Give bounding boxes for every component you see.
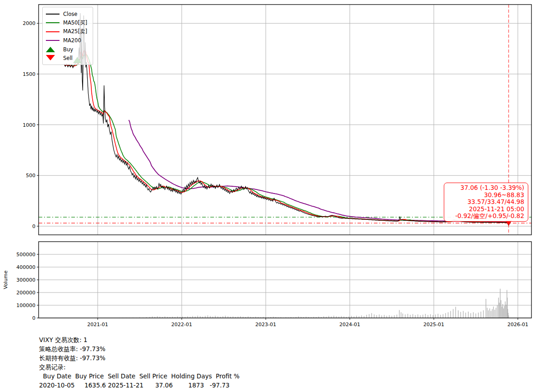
volume-bar (501, 300, 501, 318)
volume-bar (473, 312, 473, 318)
legend-label: Buy (63, 46, 73, 53)
legend-item-ma50: MA50[买] (46, 19, 89, 28)
volume-bar (356, 316, 357, 318)
annotation-signal: -0.92/偏空/+0.95/-0.82 (448, 213, 524, 220)
volume-axis-label: Volume (3, 270, 9, 289)
volume-bar (458, 310, 458, 318)
volume-bar (399, 310, 400, 318)
volume-bar (422, 315, 423, 318)
x-tick-label: 2023-01 (255, 322, 276, 327)
stats-trades-header: 交易记录: (39, 362, 239, 372)
volume-bar (487, 308, 487, 318)
legend-label: MA50[买] (63, 20, 87, 26)
legend-line (46, 22, 60, 23)
volume-ytick-label: 200000 (16, 290, 35, 296)
volume-bar (433, 315, 433, 318)
volume-bar (384, 315, 384, 318)
volume-bar (430, 314, 431, 318)
volume-bar (471, 313, 471, 318)
volume-ytick-label: 0 (32, 315, 35, 321)
volume-bar (371, 313, 372, 318)
legend-line (46, 14, 60, 15)
volume-ytick-label: 500000 (16, 252, 35, 258)
price-ytick-label: 0 (32, 223, 35, 229)
volume-bar (476, 313, 476, 318)
stats-trade-count: VIXY 交易次数: 1 (39, 335, 239, 344)
legend-line-swatch (46, 14, 60, 15)
volume-bar (405, 314, 405, 318)
volume-bar (402, 313, 403, 318)
annotation-ma-values: 33.57/33.47/44.98 (448, 198, 524, 206)
trade-table-header: Buy Date Buy Price Sell Date Sell Price … (39, 372, 239, 381)
volume-bar (427, 315, 428, 318)
volume-bar (506, 305, 506, 318)
volume-ytick-label: 400000 (16, 264, 35, 270)
volume-bar (491, 311, 491, 318)
volume-bar (333, 316, 334, 318)
volume-bar (478, 313, 478, 318)
buy-triangle-icon (46, 47, 60, 52)
volume-bar (503, 308, 504, 318)
volume-bar (425, 314, 426, 318)
trade-table-row: 2020-10-05 1635.6 2025-11-21 37.06 1873 … (39, 381, 239, 390)
legend-item-sell: Sell (46, 54, 89, 63)
volume-bar (417, 314, 418, 318)
annotation-timestamp: 2025-11-21 05:00 (448, 206, 524, 213)
volume-bar (410, 315, 411, 318)
volume-bar (328, 316, 329, 318)
figure: 0500100015002000010000020000030000040000… (0, 0, 536, 392)
annotation-price-change: 37.06 (-1.30 -3.39%) (448, 184, 524, 192)
volume-bar (351, 316, 352, 318)
legend-line-swatch (46, 40, 60, 41)
volume-bar (504, 306, 505, 318)
legend-label: Close (63, 11, 77, 17)
legend-label: Sell (63, 55, 73, 61)
price-ytick-label: 1500 (23, 71, 35, 77)
volume-bar (492, 309, 492, 318)
volume-bar (389, 315, 389, 318)
volume-bar (498, 298, 499, 318)
x-tick-label: 2022-01 (171, 322, 192, 327)
stats-holding-return: 长期持有收益: -97.73% (39, 353, 239, 362)
stats-strategy-return: 策略总收益率: -97.73% (39, 344, 239, 353)
legend-label: MA25[卖] (63, 28, 87, 35)
volume-ytick-label: 100000 (16, 303, 35, 308)
volume-bar (483, 310, 484, 318)
volume-bar (450, 311, 451, 318)
volume-bar (508, 315, 509, 318)
volume-bar (493, 307, 494, 318)
volume-bar (488, 310, 489, 318)
price-ytick-label: 2000 (23, 20, 35, 26)
volume-bar (198, 316, 198, 318)
volume-bar (466, 313, 466, 318)
volume-bar (496, 308, 496, 318)
volume-bar (453, 309, 453, 318)
volume-bar (394, 315, 394, 318)
volume-bar (501, 307, 502, 318)
volume-bar (366, 315, 367, 318)
volume-bar (379, 314, 379, 318)
legend-item-close: Close (46, 10, 89, 19)
volume-bar (500, 289, 501, 318)
volume-bar (461, 312, 461, 318)
chart-legend: CloseMA50[买]MA25[卖]MA200BuySell (42, 7, 93, 65)
volume-bar (407, 314, 408, 318)
x-tick-label: 2025-01 (423, 322, 444, 327)
volume-bar (486, 299, 486, 318)
volume-bar (435, 314, 436, 318)
volume-bar (463, 311, 463, 318)
volume-bar (502, 304, 503, 318)
legend-label: MA200 (63, 37, 81, 44)
volume-bar (415, 315, 416, 318)
volume-bar (440, 315, 441, 318)
legend-item-buy: Buy (46, 45, 89, 54)
volume-bar (401, 312, 401, 318)
volume-bar (377, 315, 377, 318)
quote-annotation-box: 37.06 (-1.30 -3.39%) 30.96~88.83 33.57/3… (444, 183, 528, 222)
volume-bar (392, 316, 392, 318)
volume-bar (481, 312, 481, 318)
x-tick-label: 2021-01 (87, 322, 108, 327)
legend-item-ma200: MA200 (46, 36, 89, 45)
x-tick-label: 2024-01 (339, 322, 360, 327)
volume-bar (455, 307, 456, 318)
